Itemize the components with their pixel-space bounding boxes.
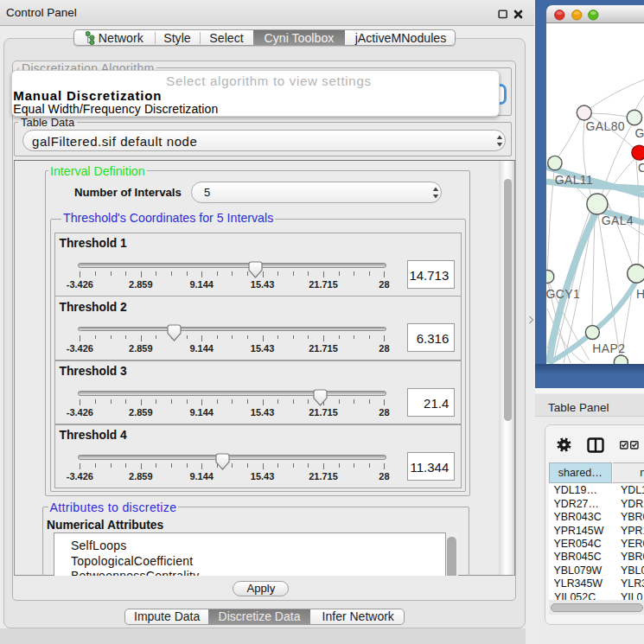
svg-text:GAL4: GAL4	[601, 214, 633, 227]
svg-text:GCY1: GCY1	[546, 287, 580, 301]
svg-text:HAP2: HAP2	[592, 342, 625, 356]
svg-text:GAL11: GAL11	[554, 173, 593, 187]
svg-text:GA: GA	[634, 126, 644, 140]
svg-text:C: C	[638, 161, 644, 175]
svg-text:GAL80: GAL80	[585, 119, 625, 133]
svg-text:H: H	[636, 287, 644, 301]
